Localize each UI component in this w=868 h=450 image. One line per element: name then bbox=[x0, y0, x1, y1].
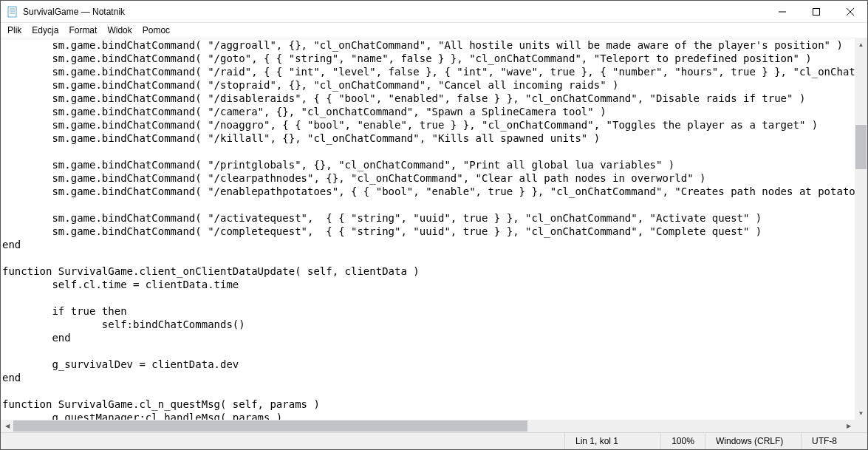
text-editor[interactable]: sm.game.bindChatCommand( "/aggroall", {}… bbox=[1, 38, 855, 420]
status-encoding: UTF-8 bbox=[801, 433, 867, 449]
menu-view[interactable]: Widok bbox=[102, 24, 137, 36]
status-line-ending: Windows (CRLF) bbox=[705, 433, 801, 449]
notepad-icon bbox=[7, 6, 18, 18]
vscroll-thumb[interactable] bbox=[855, 125, 867, 169]
scroll-down-icon[interactable]: ▼ bbox=[855, 407, 867, 420]
hscroll-thumb[interactable] bbox=[13, 420, 527, 432]
menu-format[interactable]: Format bbox=[64, 24, 102, 36]
menu-help[interactable]: Pomoc bbox=[137, 24, 175, 36]
minimize-button[interactable] bbox=[765, 1, 799, 23]
horizontal-scrollbar[interactable]: ◀ ▶ bbox=[1, 420, 855, 432]
window-title: SurvivalGame — Notatnik bbox=[23, 7, 765, 17]
scroll-left-icon[interactable]: ◀ bbox=[1, 420, 13, 432]
menu-file[interactable]: Plik bbox=[2, 24, 27, 36]
status-position: Lin 1, kol 1 bbox=[564, 433, 660, 449]
svg-rect-0 bbox=[8, 7, 16, 17]
svg-rect-5 bbox=[813, 8, 820, 15]
menu-edit[interactable]: Edycja bbox=[27, 24, 64, 36]
scroll-up-icon[interactable]: ▲ bbox=[855, 38, 867, 51]
vertical-scrollbar[interactable]: ▲ ▼ bbox=[855, 38, 867, 420]
titlebar: SurvivalGame — Notatnik bbox=[1, 1, 867, 23]
scroll-corner bbox=[855, 420, 867, 432]
vscroll-track[interactable] bbox=[855, 51, 867, 407]
maximize-button[interactable] bbox=[799, 1, 833, 23]
status-zoom: 100% bbox=[660, 433, 705, 449]
statusbar: Lin 1, kol 1 100% Windows (CRLF) UTF-8 bbox=[1, 432, 867, 449]
editor-area: sm.game.bindChatCommand( "/aggroall", {}… bbox=[1, 38, 867, 432]
window-controls bbox=[765, 1, 867, 23]
scroll-right-icon[interactable]: ▶ bbox=[842, 420, 855, 432]
close-button[interactable] bbox=[833, 1, 867, 23]
hscroll-track[interactable] bbox=[13, 420, 842, 432]
menubar: Plik Edycja Format Widok Pomoc bbox=[1, 23, 867, 38]
code-content[interactable]: sm.game.bindChatCommand( "/aggroall", {}… bbox=[1, 38, 855, 420]
